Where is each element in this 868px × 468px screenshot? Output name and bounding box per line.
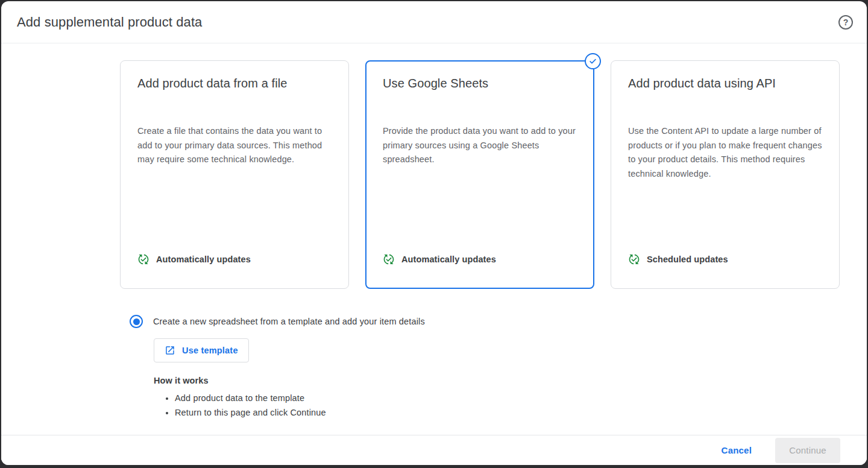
screenshot-frame: Add supplemental product data ? Add prod… (0, 0, 868, 468)
open-in-new-icon (165, 345, 175, 356)
dialog-title: Add supplemental product data (17, 14, 838, 30)
step-item: Return to this page and click Continue (175, 405, 425, 420)
card-description: Provide the product data you want to add… (383, 124, 577, 167)
cancel-button[interactable]: Cancel (719, 440, 754, 460)
sync-check-icon (628, 253, 640, 265)
use-template-button[interactable]: Use template (154, 338, 249, 362)
card-add-data-using-api[interactable]: Add product data using API Use the Conte… (611, 60, 840, 289)
use-template-label: Use template (182, 346, 238, 355)
method-cards-row: Add product data from a file Create a fi… (120, 60, 840, 289)
help-icon[interactable]: ? (838, 15, 853, 30)
sync-check-icon (137, 253, 149, 265)
card-use-google-sheets[interactable]: Use Google Sheets Provide the product da… (365, 60, 594, 289)
update-badge-label: Scheduled updates (647, 255, 728, 264)
add-supplemental-product-data-dialog: Add supplemental product data ? Add prod… (1, 1, 867, 465)
how-it-works-steps: Add product data to the template Return … (163, 391, 425, 420)
sync-check-icon (383, 253, 395, 265)
radio-dot (133, 318, 140, 325)
create-from-template-option: Create a new spreadsheet from a template… (130, 315, 425, 328)
card-add-data-from-file[interactable]: Add product data from a file Create a fi… (120, 60, 349, 289)
dialog-content: Add product data from a file Create a fi… (1, 43, 867, 435)
update-badge: Automatically updates (137, 253, 332, 265)
update-badge: Automatically updates (383, 253, 577, 265)
how-it-works-title: How it works (154, 376, 425, 385)
step-item: Add product data to the template (175, 391, 425, 405)
continue-button[interactable]: Continue (775, 438, 840, 463)
update-badge-label: Automatically updates (156, 255, 251, 264)
dialog-header: Add supplemental product data ? (1, 1, 867, 43)
card-title: Use Google Sheets (383, 77, 577, 90)
card-description: Create a file that contains the data you… (137, 124, 332, 167)
update-badge-label: Automatically updates (401, 255, 496, 264)
dialog-footer: Cancel Continue (1, 435, 867, 465)
spreadsheet-options-section: Create a new spreadsheet from a template… (130, 315, 425, 420)
update-badge: Scheduled updates (628, 253, 822, 265)
card-title: Add product data using API (628, 77, 822, 90)
card-title: Add product data from a file (137, 77, 332, 90)
card-description: Use the Content API to update a large nu… (628, 124, 822, 181)
selected-check-icon (585, 53, 601, 69)
template-radio[interactable] (130, 315, 143, 328)
template-radio-label: Create a new spreadsheet from a template… (153, 317, 425, 326)
